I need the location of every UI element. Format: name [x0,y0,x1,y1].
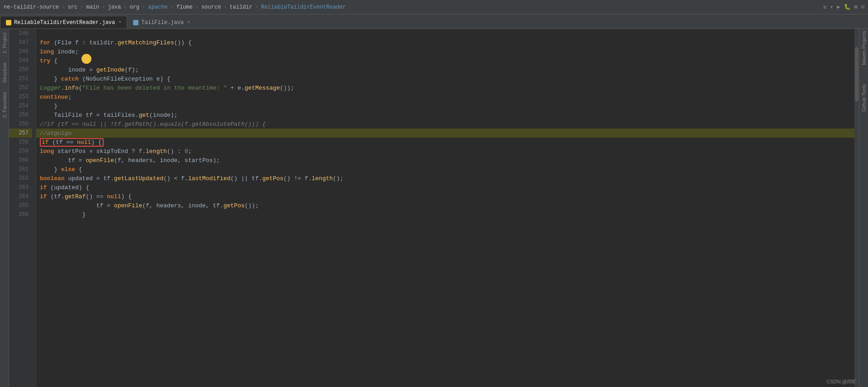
code-line-265: tf = openFile(f, headers, inode, tf.getP… [36,201,854,210]
line-number-263: 263 [9,183,32,192]
sidebar-item-maven[interactable]: Maven Projects [861,31,867,65]
tabs-bar: ReliableTaildirEventReader.java×TailFile… [0,14,868,29]
scrollbar-thumb[interactable] [855,47,858,101]
code-line-259: long startPos = skipToEnd ? f.length() :… [36,147,854,156]
tab-ReliableTaildirEventReader-java[interactable]: ReliableTaildirEventReader.java× [0,16,127,29]
code-line-254: } [36,101,854,110]
right-sidebar: Maven Projects Github Tools [859,29,868,387]
code-line-262: boolean updated = tf.getLastUpdated() < … [36,174,854,183]
top-bar: ne-taildir-source › src › main › java › … [0,0,868,14]
line-number-261: 261 [9,165,32,174]
code-line-248: long inode; [36,47,854,56]
breadcrumb-item: taildir [229,4,252,10]
vertical-scrollbar[interactable] [854,29,859,387]
top-bar-actions: ⇅ ▾ ▶ 🐛 ⊞ ⊡ [823,4,864,10]
line-number-247: 247 [9,38,32,47]
code-line-252: Logger.info("File has been deleted in th… [36,83,854,92]
breadcrumb-item: flume [176,4,193,10]
bottom-label: CSDN.@阿旷 [827,378,857,385]
content-wrapper: 2462472482492502512522532542552562572582… [9,29,868,387]
code-line-261: } else { [36,165,854,174]
sort-icon[interactable]: ⇅ [823,4,826,10]
line-number-248: 248 [9,47,32,56]
tab-close-button[interactable]: × [187,20,190,25]
code-line-246 [36,29,854,38]
breadcrumb-item: apache [148,4,167,10]
line-number-252: 252 [9,83,32,92]
line-number-253: 253 [9,92,32,101]
breadcrumb-item: org [129,4,139,10]
run-icon[interactable]: ▶ [837,4,840,10]
code-line-264: if (tf.getRaf() == null) { [36,192,854,201]
line-number-254: 254 [9,101,32,110]
breadcrumb-item: source [201,4,221,10]
line-number-246: 246 [9,29,32,38]
line-number-265: 265 [9,201,32,210]
line-number-264: 264 [9,192,32,201]
tab-icon [133,20,138,25]
line-number-255: 255 [9,110,32,119]
breadcrumb-separator: › [224,4,227,10]
code-line-247: for (File f : taildir.getMatchingFiles()… [36,38,854,47]
code-line-255: TailFile tf = tailFiles.get(inode); [36,110,854,119]
line-number-250: 250 [9,65,32,74]
code-line-257: //atguigu [36,129,854,138]
grid-icon[interactable]: ⊡ [861,4,864,10]
code-line-256: //if (tf == null || !tf.getPath().equals… [36,119,854,129]
tab-icon [6,20,11,25]
code-line-263: if (updated) { [36,183,854,192]
breadcrumb-separator: › [255,4,258,10]
breadcrumb-separator: › [102,4,105,10]
sidebar-item-project[interactable]: 1: Project [2,33,7,53]
breadcrumb-separator: › [62,4,65,10]
tab-label: ReliableTaildirEventReader.java [14,19,115,26]
line-number-256: 256 [9,119,32,129]
code-line-250: inode = getInode(f); [36,65,854,74]
line-number-260: 260 [9,156,32,165]
line-number-257: 257 [9,129,32,138]
line-number-gutter: 2462472482492502512522532542552562572582… [9,29,36,387]
line-number-266: 266 [9,210,32,219]
breadcrumb-separator: › [171,4,174,10]
breadcrumb-separator: › [196,4,199,10]
code-line-251: } catch (NoSuchFileException e) { [36,74,854,83]
tab-close-button[interactable]: × [119,20,121,25]
breadcrumb-item: ne-taildir-source [4,4,59,10]
dropdown-icon[interactable]: ▾ [830,4,833,10]
sidebar-item-favorites[interactable]: 2: Favorites [2,92,7,118]
coverage-icon[interactable]: ⊞ [854,4,858,10]
breadcrumb-separator: › [142,4,145,10]
line-number-249: 249 [9,56,32,65]
debug-icon[interactable]: 🐛 [844,4,851,10]
breadcrumb: ne-taildir-source › src › main › java › … [4,4,346,10]
breadcrumb-separator: › [124,4,127,10]
breadcrumb-item: java [108,4,121,10]
breadcrumb-separator: › [80,4,83,10]
code-area[interactable]: for (File f : taildir.getMatchingFiles()… [36,29,854,387]
code-line-260: tf = openFile(f, headers, inode, startPo… [36,156,854,165]
tab-TailFile-java[interactable]: TailFile.java× [127,16,196,29]
breadcrumb-item: ReliableTaildirEventReader [261,4,346,10]
tab-label: TailFile.java [141,19,184,26]
line-number-259: 259 [9,147,32,156]
sidebar-item-github[interactable]: Github Tools [861,84,867,112]
code-line-253: continue; [36,92,854,101]
main-layout: 1: Project Structure 2: Favorites 246247… [0,29,868,387]
code-line-266: } [36,210,854,219]
code-line-258: if (tf == null) { [36,138,854,147]
breadcrumb-item: src [68,4,78,10]
line-number-262: 262 [9,174,32,183]
line-number-251: 251 [9,74,32,83]
sidebar-item-structure[interactable]: Structure [2,62,7,83]
left-sidebar: 1: Project Structure 2: Favorites [0,29,9,387]
line-number-258: 258 [9,138,32,147]
annotation-circle [81,54,91,64]
code-line-249: try { [36,56,854,65]
breadcrumb-item: main [86,4,99,10]
